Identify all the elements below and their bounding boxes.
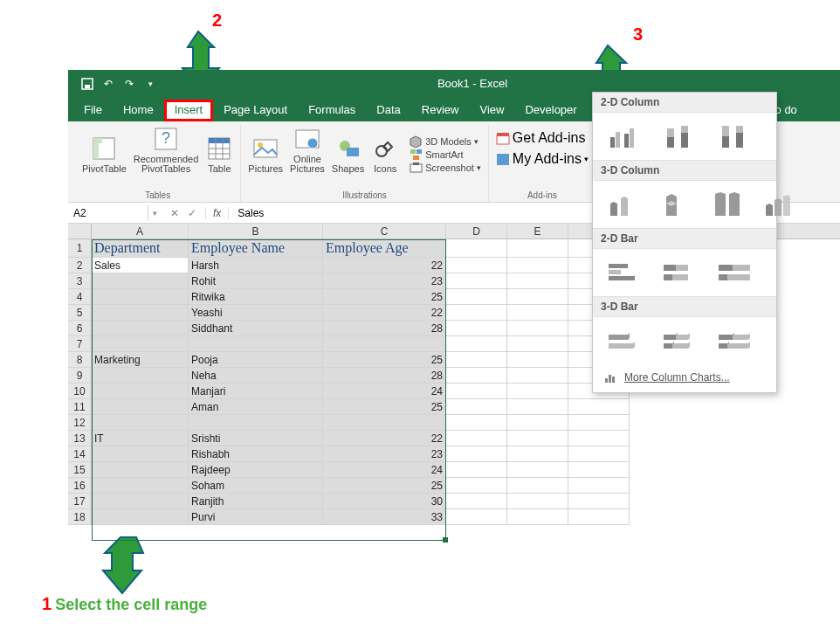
tab-review[interactable]: Review	[411, 100, 470, 121]
100pct-stacked-bar-2d[interactable]	[715, 258, 754, 287]
cell[interactable]: Rishabh	[189, 446, 323, 462]
row-header[interactable]: 1	[68, 239, 92, 258]
cell[interactable]: 28	[323, 368, 446, 384]
cell[interactable]: Employee Age	[323, 239, 446, 258]
cell[interactable]	[507, 305, 568, 321]
clustered-bar-3d[interactable]	[605, 326, 644, 356]
cell[interactable]: Ritwika	[189, 289, 323, 305]
col-header-b[interactable]: B	[189, 224, 323, 238]
stacked-bar-3d[interactable]	[660, 326, 699, 356]
cell[interactable]	[446, 336, 507, 352]
cell[interactable]	[92, 273, 189, 289]
cell[interactable]	[446, 494, 507, 509]
cell[interactable]: Ranjith	[189, 494, 323, 509]
100pct-stacked-column-2d[interactable]	[715, 121, 754, 151]
row-header[interactable]: 2	[68, 258, 92, 273]
tab-home[interactable]: Home	[113, 100, 164, 121]
row-header[interactable]: 8	[68, 352, 92, 368]
online-pictures-button[interactable]: Online Pictures	[290, 125, 325, 174]
cell[interactable]	[446, 478, 507, 494]
row-header[interactable]: 11	[68, 399, 92, 415]
table-button[interactable]: Table	[205, 135, 233, 174]
cell[interactable]	[446, 273, 507, 289]
tab-page-layout[interactable]: Page Layout	[213, 100, 298, 121]
cell[interactable]: Srishti	[189, 431, 323, 446]
cell[interactable]	[568, 431, 630, 446]
cell[interactable]	[446, 415, 507, 431]
cell[interactable]: 22	[323, 431, 446, 446]
cell[interactable]: Harsh	[189, 258, 323, 273]
100pct-stacked-bar-3d[interactable]	[715, 326, 754, 356]
cell[interactable]: 22	[323, 258, 446, 273]
cell[interactable]	[446, 509, 507, 525]
cell[interactable]	[446, 368, 507, 384]
cell[interactable]	[446, 321, 507, 336]
cell[interactable]: Marketing	[92, 352, 189, 368]
cell[interactable]: 25	[323, 478, 446, 494]
tab-developer[interactable]: Developer	[514, 100, 587, 121]
row-header[interactable]: 4	[68, 289, 92, 305]
fx-icon[interactable]: fx	[205, 207, 229, 219]
cell[interactable]	[92, 399, 189, 415]
cell[interactable]: Siddhant	[189, 321, 323, 336]
cell[interactable]	[92, 415, 189, 431]
cell[interactable]	[507, 258, 568, 273]
tab-view[interactable]: View	[469, 100, 514, 121]
cell[interactable]: Purvi	[189, 509, 323, 525]
cell[interactable]	[507, 336, 568, 352]
cell[interactable]: 28	[323, 321, 446, 336]
cell[interactable]	[189, 336, 323, 352]
cell[interactable]	[507, 352, 568, 368]
cell[interactable]	[92, 494, 189, 509]
cell[interactable]: 24	[323, 384, 446, 399]
select-all-triangle[interactable]	[68, 224, 92, 238]
cancel-icon[interactable]: ✕	[170, 207, 179, 219]
cell[interactable]: 23	[323, 273, 446, 289]
name-box[interactable]: A2	[68, 205, 148, 221]
cell[interactable]: Sales	[92, 258, 189, 273]
cell[interactable]	[92, 368, 189, 384]
col-header-c[interactable]: C	[323, 224, 446, 238]
cell[interactable]	[507, 494, 568, 509]
cell[interactable]	[507, 415, 568, 431]
row-header[interactable]: 6	[68, 321, 92, 336]
stacked-column-2d[interactable]	[660, 121, 699, 151]
cell[interactable]	[568, 494, 630, 509]
cell[interactable]	[92, 384, 189, 399]
cell[interactable]	[507, 239, 568, 258]
cell[interactable]	[568, 509, 630, 525]
cell[interactable]	[507, 368, 568, 384]
cell[interactable]	[568, 415, 630, 431]
cell[interactable]: Aman	[189, 399, 323, 415]
cell[interactable]	[92, 462, 189, 478]
pictures-button[interactable]: Pictures	[248, 135, 283, 174]
cell[interactable]	[92, 321, 189, 336]
cell[interactable]: Neha	[189, 368, 323, 384]
tab-formulas[interactable]: Formulas	[298, 100, 366, 121]
cell[interactable]	[507, 509, 568, 525]
100pct-stacked-column-3d[interactable]	[710, 190, 747, 219]
column-3d[interactable]	[762, 190, 799, 219]
cell[interactable]	[568, 462, 630, 478]
cell[interactable]	[92, 478, 189, 494]
cell[interactable]: Manjari	[189, 384, 323, 399]
cell[interactable]	[507, 478, 568, 494]
tab-insert[interactable]: Insert	[164, 100, 214, 121]
cell[interactable]: 22	[323, 305, 446, 321]
col-header-d[interactable]: D	[446, 224, 507, 238]
fill-handle[interactable]	[443, 537, 448, 543]
qat-dropdown-icon[interactable]: ▾	[143, 77, 157, 91]
save-icon[interactable]	[80, 77, 94, 91]
col-header-a[interactable]: A	[92, 224, 189, 238]
cell[interactable]	[446, 289, 507, 305]
icons-button[interactable]: Icons	[371, 135, 399, 174]
row-header[interactable]: 9	[68, 368, 92, 384]
row-header[interactable]: 13	[68, 431, 92, 446]
cell[interactable]	[568, 446, 630, 462]
cell[interactable]	[446, 399, 507, 415]
cell[interactable]: Yeashi	[189, 305, 323, 321]
smartart-button[interactable]: SmartArt	[410, 149, 481, 161]
cell[interactable]	[446, 258, 507, 273]
clustered-column-3d[interactable]	[605, 190, 642, 219]
stacked-column-3d[interactable]	[658, 190, 694, 219]
